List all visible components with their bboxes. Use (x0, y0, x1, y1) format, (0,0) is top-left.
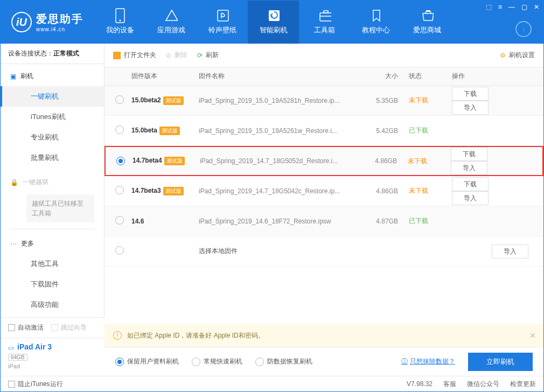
sidebar-bottom: 自动激活 跳过向导 ▭iPad Air 3 64GB iPad (1, 317, 104, 376)
tablet-icon: ▭ (8, 344, 14, 352)
option-antiloss-flash[interactable]: 防数据恢复刷机 (255, 357, 312, 366)
menu-icon[interactable]: ≡ (498, 3, 502, 11)
table-row[interactable]: 15.0beta2测试版iPad_Spring_2019_15.0_19A528… (104, 86, 543, 116)
status-badge: 已下载 (409, 217, 428, 225)
status-badge: 未下载 (408, 157, 427, 165)
sidebar-item[interactable]: 一键刷机 (1, 86, 104, 107)
sidebar-item[interactable]: 高级功能 (1, 295, 104, 315)
nav-icon (421, 9, 434, 22)
nav-icon (114, 9, 127, 22)
firmware-table: 15.0beta2测试版iPad_Spring_2019_15.0_19A528… (104, 86, 543, 324)
sidebar-head-jailbreak: 🔒 一键越狱 (1, 172, 104, 192)
status-badge: 未下载 (409, 187, 428, 194)
connection-status: 设备连接状态：正常模式 (1, 44, 104, 64)
check-update-link[interactable]: 检查更新 (510, 380, 536, 389)
delete-button: ⊘删除 (166, 51, 187, 60)
nav-icon (267, 9, 280, 22)
delete-icon: ⊘ (166, 52, 171, 59)
nav-item-2[interactable]: 铃声壁纸 (197, 1, 248, 44)
row-action-button[interactable]: 导入 (492, 244, 528, 258)
nav-item-3[interactable]: 智能刷机 (248, 1, 299, 44)
erase-data-link[interactable]: ⓘ只想抹除数据？ (401, 357, 455, 366)
table-row[interactable]: 选择本地固件导入 (104, 236, 543, 267)
flash-settings-button[interactable]: ⚙刷机设置 (500, 51, 535, 60)
checkbox-icon (8, 324, 15, 331)
refresh-button[interactable]: ⟳刷新 (197, 51, 219, 60)
status-badge: 已下载 (409, 127, 428, 134)
radio-icon[interactable] (115, 95, 124, 104)
row-action-button[interactable]: 导入 (451, 161, 487, 175)
flash-now-button[interactable]: 立即刷机 (468, 353, 533, 371)
nav-item-6[interactable]: 爱思商城 (401, 1, 452, 44)
nav-icon (165, 9, 178, 22)
logo: iU 爱思助手 www.i4.cn (1, 12, 94, 32)
radio-icon[interactable] (116, 157, 125, 165)
svg-rect-4 (320, 13, 331, 21)
sidebar-item[interactable]: iTunes刷机 (1, 107, 104, 127)
version-label: V7.98.32 (407, 380, 433, 388)
customer-service-link[interactable]: 客服 (443, 380, 456, 389)
logo-icon: iU (11, 12, 32, 32)
row-action-button[interactable]: 下载 (452, 177, 489, 191)
svg-point-1 (119, 20, 121, 22)
table-row[interactable]: 14.6iPad_Spring_2019_14.6_18F72_Restore.… (104, 206, 543, 236)
row-action-button[interactable]: 导入 (452, 101, 489, 115)
svg-rect-2 (218, 10, 228, 21)
table-header: 固件版本 固件名称 大小 状态 操作 (104, 67, 543, 86)
nav-item-0[interactable]: 我的设备 (94, 1, 145, 44)
table-row[interactable]: 15.0beta测试版iPad_Spring_2019_15.0_19A5261… (104, 116, 543, 146)
jailbreak-note: 越狱工具已转移至工具箱 (26, 194, 94, 222)
beta-badge: 测试版 (163, 96, 184, 105)
info-icon: ⓘ (401, 357, 408, 366)
radio-icon[interactable] (115, 125, 124, 134)
wechat-link[interactable]: 微信公众号 (467, 380, 499, 389)
sidebar-item[interactable]: 其他工具 (1, 254, 104, 274)
sidebar-head-flash[interactable]: ▣ 刷机 (1, 66, 104, 86)
sidebar-item[interactable]: 批量刷机 (1, 148, 104, 168)
radio-icon[interactable] (115, 246, 124, 255)
refresh-icon: ⟳ (197, 52, 203, 59)
sidebar-item[interactable]: 专业刷机 (1, 127, 104, 148)
auto-activate-checkbox[interactable]: 自动激活 (8, 323, 44, 332)
row-action-button[interactable]: 下载 (451, 147, 487, 161)
table-row[interactable]: 14.7beta4测试版iPad_Spring_2019_14.7_18G505… (104, 146, 543, 176)
nav-icon (318, 9, 331, 22)
minimize-icon[interactable]: — (508, 3, 515, 11)
notice-close-button[interactable]: ✕ (529, 331, 536, 340)
gear-icon: ⚙ (500, 52, 506, 59)
row-action-button[interactable]: 下载 (452, 87, 489, 101)
radio-icon[interactable] (115, 186, 124, 194)
open-folder-button[interactable]: 打开文件夹 (113, 51, 156, 60)
header: iU 爱思助手 www.i4.cn 我的设备应用游戏铃声壁纸智能刷机工具箱教程中… (1, 1, 543, 44)
option-normal-flash[interactable]: 常规快速刷机 (192, 357, 242, 366)
logo-title: 爱思助手 (36, 12, 83, 26)
nav-item-5[interactable]: 教程中心 (350, 1, 401, 44)
svg-rect-5 (324, 11, 328, 13)
main-nav: 我的设备应用游戏铃声壁纸智能刷机工具箱教程中心爱思商城 (94, 1, 452, 44)
option-keep-data[interactable]: 保留用户资料刷机 (115, 357, 179, 366)
sidebar-head-more[interactable]: ⋯ 更多 (1, 234, 104, 254)
flash-icon: ▣ (10, 73, 16, 80)
beta-badge: 测试版 (163, 187, 184, 195)
radio-icon[interactable] (115, 216, 124, 225)
window-controls: ⬚ ≡ — ▢ ✕ (486, 3, 539, 11)
close-icon[interactable]: ✕ (534, 3, 539, 11)
nav-item-4[interactable]: 工具箱 (299, 1, 350, 44)
beta-badge: 测试版 (164, 157, 185, 165)
checkbox-icon (8, 381, 15, 388)
device-info[interactable]: ▭iPad Air 3 64GB iPad (1, 338, 104, 376)
logo-subtitle: www.i4.cn (36, 26, 83, 32)
warning-icon: ! (113, 331, 122, 340)
shirt-icon[interactable]: ⬚ (486, 3, 492, 11)
download-progress-icon[interactable]: ↓ (515, 21, 532, 37)
beta-badge: 测试版 (159, 127, 180, 135)
folder-icon (113, 52, 121, 59)
content: 打开文件夹 ⊘删除 ⟳刷新 ⚙刷机设置 固件版本 固件名称 大小 状态 操作 1… (104, 44, 543, 376)
nav-item-1[interactable]: 应用游戏 (145, 1, 197, 44)
table-row[interactable]: 14.7beta3测试版iPad_Spring_2019_14.7_18G504… (104, 176, 543, 206)
row-action-button[interactable]: 导入 (452, 191, 489, 205)
maximize-icon[interactable]: ▢ (521, 3, 527, 11)
footer: 阻止iTunes运行 V7.98.32 客服 微信公众号 检查更新 (1, 376, 543, 391)
block-itunes-checkbox[interactable]: 阻止iTunes运行 (8, 380, 63, 389)
sidebar-item[interactable]: 下载固件 (1, 274, 104, 295)
